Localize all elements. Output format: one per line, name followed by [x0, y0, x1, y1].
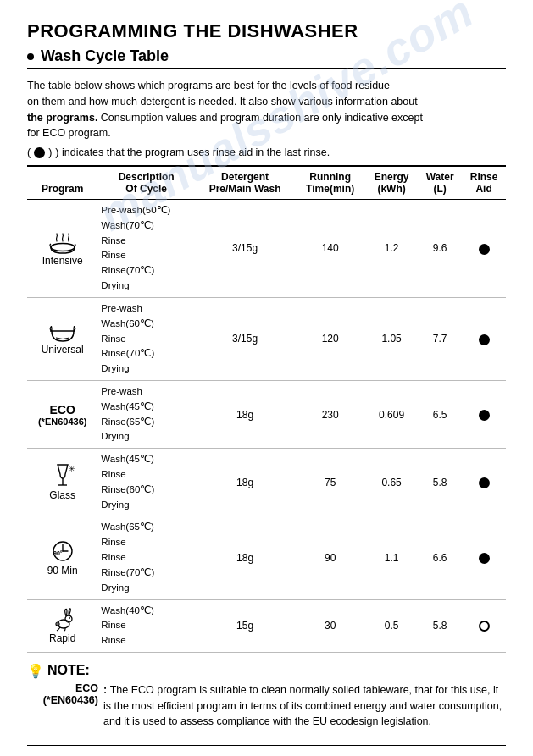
- 90min-label: 90 Min: [31, 565, 94, 577]
- section-title: Wash Cycle Table: [27, 47, 506, 69]
- universal-time: 120: [295, 297, 365, 380]
- bottom-divider: [27, 745, 506, 746]
- eco-time: 230: [295, 380, 365, 448]
- 90min-water: 6.6: [418, 516, 462, 599]
- program-eco: ECO (*EN60436): [27, 380, 97, 448]
- rinse-filled-icon: [479, 410, 490, 421]
- program-rapid: Rapid: [27, 599, 97, 652]
- filled-circle-icon: [34, 147, 45, 158]
- 90min-time: 90: [295, 516, 365, 599]
- glass-description: Wash(45℃)RinseRinse(60℃)Drying: [97, 449, 195, 516]
- intensive-detergent: 3/15g: [195, 200, 295, 298]
- 90min-description: Wash(65℃)RinseRinseRinse(70℃)Drying: [97, 516, 195, 599]
- universal-rinse: [462, 297, 506, 380]
- 90min-rinse: [462, 516, 506, 599]
- rapid-time: 30: [295, 599, 365, 652]
- universal-water: 7.7: [418, 297, 462, 380]
- universal-icon: [48, 323, 77, 343]
- rinse-aid-note: ( ) ) indicates that the program uses ri…: [27, 146, 506, 158]
- rapid-detergent: 15g: [195, 599, 295, 652]
- rapid-description: Wash(40℃)RinseRinse: [97, 599, 195, 652]
- section-title-text: Wash Cycle Table: [41, 47, 169, 65]
- 90min-detergent: 18g: [195, 516, 295, 599]
- eco-sublabel: (*EN60436): [31, 417, 94, 427]
- table-row: Universal Pre-washWash(60℃)RinseRinse(70…: [27, 297, 506, 380]
- universal-detergent: 3/15g: [195, 297, 295, 380]
- eco-label: ECO: [31, 403, 94, 417]
- rapid-energy: 0.5: [365, 599, 418, 652]
- rinse-filled-icon: [479, 244, 490, 255]
- glass-time: 75: [295, 449, 365, 516]
- intensive-time: 140: [295, 200, 365, 298]
- note-title-text: NOTE:: [47, 663, 90, 678]
- eco-water: 6.5: [418, 380, 462, 448]
- col-header-energy: Energy(kWh): [365, 166, 418, 200]
- col-header-running-time: RunningTime(min): [295, 166, 365, 200]
- col-header-description: DescriptionOf Cycle: [97, 166, 195, 200]
- rapid-icon: [48, 608, 77, 632]
- page-title: PROGRAMMING THE DISHWASHER: [27, 20, 506, 42]
- glass-detergent: 18g: [195, 449, 295, 516]
- note-section: 💡 NOTE: ECO (*EN60436) : The ECO program…: [27, 663, 506, 730]
- glass-icon: ✳: [49, 463, 76, 488]
- intensive-label: Intensive: [31, 255, 94, 267]
- table-row: 90° 90 Min Wash(65℃)RinseRinseRinse(70℃)…: [27, 516, 506, 599]
- col-header-program: Program: [27, 166, 97, 200]
- glass-label: Glass: [31, 489, 94, 501]
- 90min-icon: 90°: [49, 538, 76, 564]
- table-row: ✳ Glass Wash(45℃)RinseRinse(60℃)Drying 1…: [27, 449, 506, 516]
- eco-rinse: [462, 380, 506, 448]
- col-header-water: Water(L): [418, 166, 462, 200]
- rapid-label: Rapid: [31, 632, 94, 644]
- table-row: ECO (*EN60436) Pre-washWash(45℃)Rinse(65…: [27, 380, 506, 448]
- intensive-icon: [48, 230, 77, 254]
- glass-rinse: [462, 449, 506, 516]
- section-title-dot: [27, 53, 34, 60]
- universal-label: Universal: [31, 344, 94, 356]
- svg-text:✳: ✳: [69, 465, 75, 473]
- lightbulb-icon: 💡: [27, 663, 44, 679]
- intensive-water: 9.6: [418, 200, 462, 298]
- rapid-water: 5.8: [418, 599, 462, 652]
- svg-point-0: [51, 243, 75, 251]
- table-row: Rapid Wash(40℃)RinseRinse 15g 30 0.5 5.8: [27, 599, 506, 652]
- eco-energy: 0.609: [365, 380, 418, 448]
- table-row: Intensive Pre-wash(50℃)Wash(70℃)RinseRin…: [27, 200, 506, 298]
- rapid-rinse: [462, 599, 506, 652]
- note-title: 💡 NOTE:: [27, 663, 506, 679]
- universal-description: Pre-washWash(60℃)RinseRinse(70℃)Drying: [97, 297, 195, 380]
- note-label: ECO (*EN60436): [27, 682, 103, 706]
- col-header-detergent: DetergentPre/Main Wash: [195, 166, 295, 200]
- universal-energy: 1.05: [365, 297, 418, 380]
- col-header-rinse-aid: RinseAid: [462, 166, 506, 200]
- glass-energy: 0.65: [365, 449, 418, 516]
- svg-text:90°: 90°: [53, 550, 63, 556]
- intensive-description: Pre-wash(50℃)Wash(70℃)RinseRinseRinse(70…: [97, 200, 195, 298]
- rinse-filled-icon: [479, 553, 490, 564]
- wash-cycle-table: Program DescriptionOf Cycle DetergentPre…: [27, 165, 506, 653]
- svg-point-12: [69, 617, 70, 619]
- description-text: The table below shows which programs are…: [27, 78, 506, 141]
- intensive-rinse: [462, 200, 506, 298]
- eco-description: Pre-washWash(45℃)Rinse(65℃)Drying: [97, 380, 195, 448]
- note-body: : The ECO program is suitable to clean n…: [103, 682, 506, 730]
- program-universal: Universal: [27, 297, 97, 380]
- rinse-empty-icon: [479, 621, 490, 632]
- rinse-filled-icon: [479, 334, 490, 345]
- eco-detergent: 18g: [195, 380, 295, 448]
- note-row: ECO (*EN60436) : The ECO program is suit…: [27, 682, 506, 730]
- glass-water: 5.8: [418, 449, 462, 516]
- intensive-energy: 1.2: [365, 200, 418, 298]
- program-90min: 90° 90 Min: [27, 516, 97, 599]
- program-glass: ✳ Glass: [27, 449, 97, 516]
- program-intensive: Intensive: [27, 200, 97, 298]
- rinse-filled-icon: [479, 477, 490, 488]
- 90min-energy: 1.1: [365, 516, 418, 599]
